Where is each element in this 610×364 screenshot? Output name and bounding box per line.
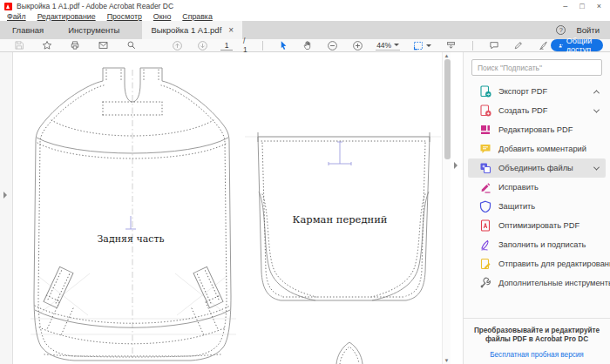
sidebar-tool-export-pdf[interactable]: Экспорт PDF — [468, 82, 606, 101]
sidebar-tool-optimize-pdf[interactable]: Оптимизировать PDF — [468, 216, 606, 235]
share-button-label: Общий доступ — [566, 37, 596, 54]
chevron-down-icon — [593, 106, 600, 112]
select-tool-icon[interactable] — [276, 40, 290, 51]
sidebar-tool-fill-sign[interactable]: Заполнить и подписать — [468, 235, 606, 254]
adobe-reader-icon — [4, 3, 12, 10]
optimize-pdf-icon — [479, 219, 491, 232]
add-comment-icon — [479, 143, 491, 155]
create-pdf-icon — [479, 104, 491, 117]
window-title: Выкройка 1 А1.pdf - Adobe Acrobat Reader… — [17, 2, 173, 10]
menu-view[interactable]: Просмотр — [107, 12, 142, 21]
sidebar-tool-redact[interactable]: Исправить — [468, 178, 606, 197]
sidebar-tool-create-pdf[interactable]: Создать PDF — [468, 101, 606, 120]
chevron-down-icon — [426, 44, 431, 47]
chevron-down-icon — [394, 44, 399, 46]
sign-in-button[interactable]: Войти — [576, 25, 600, 35]
favorites-icon[interactable] — [40, 40, 54, 51]
menu-edit[interactable]: Редактирование — [37, 12, 96, 21]
send-review-icon — [479, 258, 491, 270]
zoom-out-icon[interactable] — [325, 40, 340, 51]
minimize-button[interactable]: – — [563, 0, 567, 12]
hand-tool-icon[interactable] — [301, 40, 315, 51]
free-trial-link[interactable]: Бесплатная пробная версия — [472, 351, 601, 359]
zoom-in-icon[interactable] — [350, 40, 365, 51]
tab-home[interactable]: Главная — [0, 21, 56, 39]
scroll-down-icon[interactable]: ▼ — [443, 358, 451, 363]
page-number-input[interactable] — [220, 41, 233, 51]
more-tools-icon — [479, 277, 491, 289]
close-tab-icon[interactable]: × — [228, 26, 234, 35]
export-pdf-icon — [479, 85, 491, 98]
save-icon[interactable] — [12, 40, 26, 51]
share-person-icon — [559, 42, 563, 50]
sidebar-tool-send-for-review[interactable]: Отправить для редактирования — [468, 254, 606, 273]
share-button[interactable]: Общий доступ — [551, 39, 604, 51]
fit-width-icon[interactable] — [410, 40, 433, 51]
prev-page-icon[interactable] — [170, 40, 185, 51]
menu-help[interactable]: Справка — [182, 12, 213, 21]
next-page-icon[interactable] — [195, 40, 210, 51]
zoom-level-select[interactable]: 44% — [376, 40, 400, 51]
reading-mode-icon[interactable] — [444, 40, 458, 51]
email-icon[interactable] — [96, 40, 111, 51]
combine-files-icon — [479, 162, 491, 174]
sidebar-tool-edit-pdf[interactable]: Редактировать PDF — [468, 120, 606, 139]
search-icon[interactable] — [125, 40, 139, 51]
scrollbar-thumb[interactable] — [444, 59, 451, 159]
nav-pane-toggle-icon[interactable] — [3, 192, 7, 199]
page-count: / 1 — [243, 37, 248, 54]
protect-icon — [479, 200, 491, 212]
maximize-button[interactable]: □ — [580, 0, 584, 12]
zoom-level-value: 44% — [376, 41, 391, 50]
pencil-icon[interactable] — [512, 40, 525, 51]
vertical-scrollbar[interactable]: ▲ ▼ — [442, 52, 451, 364]
chevron-up-icon — [593, 90, 600, 96]
tool-list: Экспорт PDF Создать PDF Редактировать PD… — [464, 82, 610, 293]
front-pocket-label: Карман передний — [293, 213, 388, 226]
scroll-up-icon[interactable]: ▲ — [443, 53, 451, 58]
redact-icon — [479, 181, 491, 193]
nav-pane-collapsed — [0, 52, 13, 364]
acrobat-pro-promo: Преобразовывайте и редактируйте файлы PD… — [464, 318, 610, 364]
chevron-down-icon — [593, 164, 600, 170]
fill-sign-icon — [479, 239, 491, 251]
sidebar-toggle-icon[interactable] — [454, 162, 458, 169]
comment-icon[interactable] — [487, 40, 501, 51]
sidebar-tool-combine-files[interactable]: Объединить файлы — [468, 158, 606, 178]
pdf-page-pattern-drawing: Задняя часть Карман передний — [13, 52, 442, 364]
sidebar-tool-add-comment[interactable]: Добавить комментарий — [468, 139, 606, 158]
document-canvas[interactable]: Задняя часть Карман передний — [13, 52, 442, 364]
menu-bar: Файл Редактирование Просмотр Окно Справк… — [0, 12, 610, 21]
print-icon[interactable] — [68, 40, 82, 51]
help-icon[interactable]: ? — [556, 25, 566, 35]
sidebar-tool-more-tools[interactable]: Дополнительные инструменты — [468, 273, 606, 293]
tools-sidebar: Экспорт PDF Создать PDF Редактировать PD… — [463, 52, 610, 364]
promo-text: Преобразовывайте и редактируйте файлы PD… — [472, 327, 601, 345]
menu-window[interactable]: Окно — [153, 12, 171, 21]
sidebar-tool-protect[interactable]: Защитить — [468, 197, 606, 216]
edit-pdf-icon — [479, 124, 491, 136]
back-piece-label: Задняя часть — [98, 233, 165, 245]
sidebar-gutter — [451, 52, 463, 364]
toolbar: / 1 44% Общий доступ — [0, 39, 610, 52]
signature-icon[interactable] — [536, 40, 551, 51]
menu-file[interactable]: Файл — [7, 12, 26, 21]
acrobat-reader-window: Выкройка 1 А1.pdf - Adobe Acrobat Reader… — [0, 0, 610, 364]
close-button[interactable]: × — [597, 0, 601, 12]
tools-search-input[interactable] — [471, 59, 602, 76]
tab-tools[interactable]: Инструменты — [56, 21, 132, 39]
document-tab-label: Выкройка 1 А1.pdf — [151, 25, 221, 35]
title-bar: Выкройка 1 А1.pdf - Adobe Acrobat Reader… — [0, 0, 610, 12]
